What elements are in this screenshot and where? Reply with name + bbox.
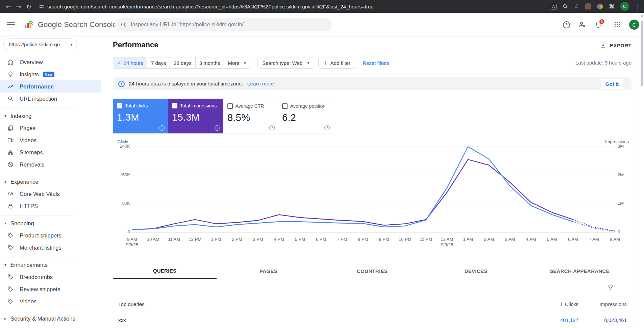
- sidebar-section-security-manual-actions[interactable]: ▸ Security & Manual Actions: [0, 312, 101, 325]
- checkbox-checked-icon[interactable]: ✓: [117, 103, 122, 108]
- help-icon[interactable]: ?: [563, 21, 570, 28]
- sidebar-item-core-web-vitals[interactable]: Core Web Vitals: [0, 188, 101, 200]
- average-ctr-card[interactable]: Average CTR 8.5% ?: [223, 99, 278, 133]
- card-value: 1.3M: [117, 112, 164, 123]
- sidebar-item-pages[interactable]: Pages: [0, 122, 101, 134]
- address-bar[interactable]: search.google.com/search-console/perform…: [47, 4, 546, 9]
- sidebar-item-videos[interactable]: Videos: [0, 134, 101, 146]
- tag-icon: [7, 298, 14, 305]
- url-inspect-input[interactable]: [131, 22, 327, 28]
- table-row[interactable]: xxx 401,127 8,023,461: [113, 312, 631, 328]
- main-content: Performance EXPORT ✓ 24 hours 7 days 28 …: [101, 36, 640, 328]
- new-badge: New: [43, 72, 54, 77]
- sidebar-section-enhancements[interactable]: ▾ Enhancements: [0, 259, 101, 271]
- date-range-segmented-control: ✓ 24 hours 7 days 28 days 3 months More …: [113, 57, 250, 69]
- got-it-button[interactable]: Got it: [601, 79, 623, 89]
- sidebar-item-insights[interactable]: Insights New: [0, 68, 101, 80]
- sidebar-item-breadcrumbs[interactable]: Breadcrumbs: [0, 271, 101, 283]
- browser-back-button[interactable]: ←: [3, 1, 14, 11]
- impressions-cell: 8,023,461: [578, 317, 631, 323]
- translate-icon[interactable]: A: [551, 4, 556, 9]
- help-icon[interactable]: ?: [324, 125, 330, 130]
- tab-search-appearance[interactable]: SEARCH APPEARANCE: [528, 263, 631, 279]
- sidebar-item-label: Review snippets: [20, 286, 60, 293]
- sidebar-item-sitemaps[interactable]: Sitemaps: [0, 146, 101, 158]
- sidebar-section-shopping[interactable]: ▾ Shopping: [0, 217, 101, 229]
- time-filter-28-days[interactable]: 28 days: [170, 57, 195, 68]
- sidebar-section-indexing[interactable]: ▾ Indexing: [0, 110, 101, 122]
- scrollbar-up-arrow[interactable]: ▲: [640, 14, 644, 17]
- checkbox-empty-icon[interactable]: [282, 103, 288, 109]
- sidebar-item-videos-enhancement[interactable]: Videos: [0, 295, 101, 307]
- sidebar-item-product-snippets[interactable]: Product snippets: [0, 229, 101, 242]
- checkbox-empty-icon[interactable]: [227, 103, 233, 109]
- sidebar-item-label: Overview: [20, 59, 43, 66]
- sidebar-item-https[interactable]: HTTPS: [0, 200, 101, 212]
- browser-toolbar: ← → ↻ search.google.com/search-console/p…: [0, 0, 644, 13]
- tab-pages[interactable]: PAGES: [217, 263, 320, 279]
- card-value: 8.5%: [227, 112, 274, 123]
- tab-devices[interactable]: DEVICES: [424, 263, 528, 279]
- product-logo[interactable]: Google Search Console: [24, 20, 117, 29]
- time-filter-7-days[interactable]: 7 days: [147, 57, 170, 68]
- extensions-puzzle-icon[interactable]: [609, 3, 615, 9]
- sidebar-item-performance[interactable]: Performance: [0, 80, 101, 93]
- add-filter-chip[interactable]: + Add filter: [318, 57, 355, 69]
- help-icon[interactable]: ?: [269, 125, 275, 130]
- reset-filters-link[interactable]: Reset filters: [363, 60, 389, 66]
- app-header: Google Search Console ? 6: [0, 13, 644, 36]
- help-icon[interactable]: ?: [215, 125, 220, 131]
- lock-icon: [7, 203, 14, 209]
- user-settings-icon[interactable]: [578, 21, 586, 29]
- property-selector[interactable]: https://police.sikkim.go... ▾: [3, 39, 77, 50]
- sidebar-divider: [0, 174, 74, 174]
- tab-countries[interactable]: COUNTRIES: [320, 263, 424, 279]
- scrollbar-thumb[interactable]: [641, 21, 643, 86]
- page-scrollbar[interactable]: ▲: [640, 13, 644, 328]
- timezone-banner: i 24 hours data is displayed in your loc…: [113, 77, 631, 90]
- x-tick-label: 8 AM: [602, 237, 628, 242]
- sidebar-item-removals[interactable]: Removals: [0, 158, 101, 171]
- time-filter-3-months[interactable]: 3 months: [195, 57, 224, 68]
- column-header-impressions[interactable]: Impressions: [578, 301, 631, 307]
- queries-table: Top queries ↓ Clicks Impressions xxx 401…: [113, 296, 631, 328]
- sidebar-item-merchant-listings[interactable]: Merchant listings: [0, 242, 101, 254]
- total-clicks-card[interactable]: ✓ Total clicks 1.3M ?: [113, 99, 168, 133]
- column-header-queries[interactable]: Top queries: [113, 301, 524, 307]
- bookmark-star-icon[interactable]: ☆: [574, 3, 579, 9]
- sidebar-section-experience[interactable]: ▾ Experience: [0, 176, 101, 188]
- account-avatar[interactable]: C: [629, 20, 639, 30]
- sidebar-item-review-snippets[interactable]: Review snippets: [0, 283, 101, 295]
- average-position-card[interactable]: Average position 6.2 ?: [278, 99, 333, 133]
- sidebar-item-overview[interactable]: Overview: [0, 56, 101, 68]
- site-info-icon[interactable]: [39, 3, 45, 9]
- pages-icon: [7, 125, 14, 131]
- filter-funnel-icon[interactable]: [607, 284, 614, 291]
- column-header-clicks[interactable]: ↓ Clicks: [524, 301, 578, 307]
- tab-queries[interactable]: QUERIES: [113, 263, 217, 279]
- browser-forward-button[interactable]: →: [14, 1, 24, 11]
- sidebar-item-label: Videos: [20, 137, 36, 144]
- google-apps-icon[interactable]: [614, 21, 621, 28]
- sort-desc-icon: ↓: [559, 301, 563, 307]
- notifications-bell-icon[interactable]: 6: [594, 21, 602, 29]
- hamburger-menu-icon[interactable]: [7, 22, 15, 27]
- zoom-icon[interactable]: [562, 3, 568, 9]
- table-filter-row: [113, 281, 631, 295]
- checkbox-checked-icon[interactable]: ✓: [172, 103, 177, 108]
- time-filter-24-hours[interactable]: ✓ 24 hours: [113, 57, 147, 68]
- browser-menu-icon[interactable]: ⋮: [635, 3, 641, 10]
- learn-more-link[interactable]: Learn more: [247, 81, 274, 87]
- time-filter-more[interactable]: More ▾: [224, 57, 250, 68]
- url-inspect-searchbox[interactable]: [115, 18, 332, 31]
- sidebar-item-url-inspection[interactable]: URL inspection: [0, 93, 101, 105]
- export-button[interactable]: EXPORT: [599, 42, 631, 49]
- extension-icon[interactable]: [597, 4, 603, 9]
- total-impressions-card[interactable]: ✓ Total impressions 15.3M ?: [168, 99, 223, 133]
- extension-icon[interactable]: [585, 3, 591, 9]
- browser-reload-button[interactable]: ↻: [24, 1, 34, 11]
- help-icon[interactable]: ?: [159, 125, 165, 131]
- browser-profile-avatar[interactable]: C: [620, 2, 629, 11]
- performance-chart: Clicks Impressions 240K 160K 80K 0 3M 2M…: [113, 139, 631, 250]
- search-type-chip[interactable]: Search type: Web ▾: [257, 57, 314, 69]
